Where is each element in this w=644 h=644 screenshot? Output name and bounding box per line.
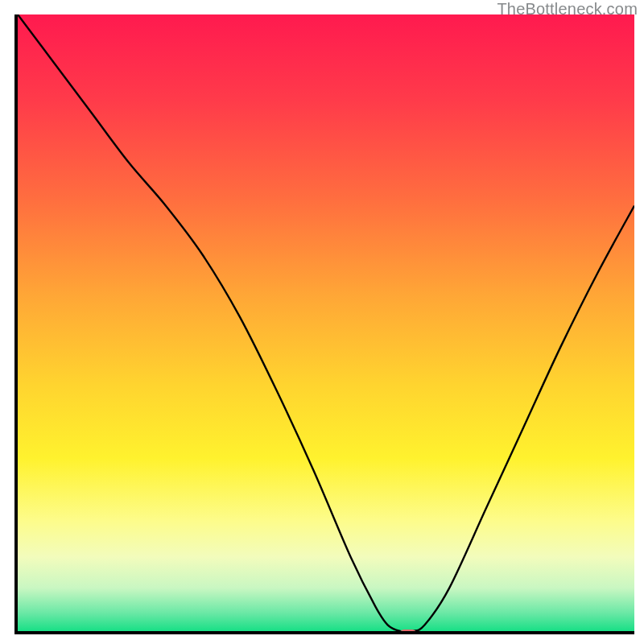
svg-rect-0 <box>18 14 634 631</box>
bottleneck-chart: TheBottleneck.com <box>0 0 644 644</box>
optimum-marker <box>399 630 417 634</box>
plot-area <box>14 14 634 634</box>
gradient-background <box>18 14 634 631</box>
